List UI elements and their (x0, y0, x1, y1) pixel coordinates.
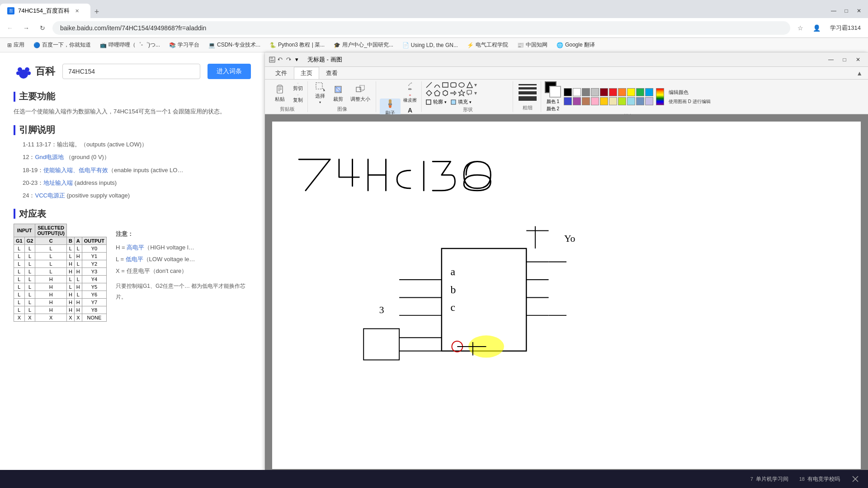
color-darkred[interactable] (600, 88, 608, 96)
paint-dropdown-btn[interactable]: ▾ (293, 56, 300, 63)
drawing-canvas[interactable]: a b c 3 (272, 122, 861, 469)
outline-dropdown[interactable]: 轮廓 ▾ (425, 99, 447, 105)
taskbar-item-1[interactable]: 7 单片机学习间 (746, 474, 793, 485)
forward-btn[interactable]: → (20, 22, 33, 34)
shapes-more-btn[interactable]: ▾ (474, 82, 477, 88)
bookmark-study[interactable]: 📚 学习平台 (165, 40, 203, 50)
paint-close-btn[interactable]: ✕ (852, 55, 864, 65)
color-yellow[interactable] (627, 88, 635, 96)
color2-swatch[interactable] (549, 86, 561, 98)
hexagon-shape-btn[interactable] (442, 89, 449, 97)
new-tab-button[interactable]: + (90, 5, 103, 18)
ribbon-collapse-btn[interactable]: ▲ (856, 70, 863, 77)
rect-shape-btn[interactable] (442, 81, 449, 89)
bookmark-cnki[interactable]: 📰 中国知网 (514, 40, 551, 50)
svg-marker-47 (434, 90, 440, 96)
browser-tab[interactable]: 百 74HC154_百度百科 ✕ (0, 4, 90, 18)
tab-view[interactable]: 查看 (319, 67, 344, 79)
bookmark-apps[interactable]: ⊞ 应用 (4, 40, 28, 50)
linewidth-1[interactable] (519, 84, 537, 85)
browser-close-btn[interactable]: ✕ (854, 5, 864, 16)
color-pink[interactable] (591, 97, 599, 105)
paint-minimize-btn[interactable]: — (825, 55, 837, 65)
color-purple[interactable] (573, 97, 581, 105)
linewidth-4[interactable] (519, 96, 537, 101)
curve-shape-btn[interactable] (434, 81, 441, 89)
diamond-shape-btn[interactable] (425, 89, 433, 97)
url-input[interactable]: baike.baidu.com/item/74HC154/4949868?fr=… (52, 21, 790, 35)
gnd-link[interactable]: Gnd电源地 (35, 154, 64, 160)
vcc-link[interactable]: VCC电源正 (35, 192, 65, 199)
triangle-shape-btn[interactable] (466, 81, 473, 89)
color-black[interactable] (564, 88, 572, 96)
bookmark-python[interactable]: 🐍 Python3 教程 | 菜... (266, 40, 328, 50)
paint-redo-btn[interactable] (285, 56, 292, 63)
rainbow-color[interactable] (656, 88, 664, 105)
color-cream[interactable] (609, 97, 617, 105)
color-green[interactable] (636, 88, 644, 96)
arrow-shape-btn[interactable] (450, 89, 457, 97)
bookmark-csdn[interactable]: 💻 CSDN-专业技术... (205, 40, 264, 50)
roundrect-shape-btn[interactable] (450, 81, 457, 89)
use-drawing-btn[interactable]: 使用图画 D 进行编辑 (667, 98, 712, 106)
paint-maximize-btn[interactable]: □ (838, 55, 851, 65)
color-gold[interactable] (600, 97, 608, 105)
shapes-more2-btn[interactable]: ▾ (474, 90, 477, 96)
color-red[interactable] (609, 88, 617, 96)
canvas-area[interactable]: a b c 3 (265, 114, 868, 476)
enable-link[interactable]: 使能输入端、低电平有效 (43, 167, 108, 174)
tab-close-btn[interactable]: ✕ (73, 7, 80, 14)
baike-search-input[interactable] (62, 64, 200, 79)
callout-shape-btn[interactable] (466, 89, 473, 97)
bookmark-ld[interactable]: 📄 Using LD, the GN... (399, 41, 462, 50)
close-notification-btn[interactable] (852, 475, 859, 483)
bookmark-google-translate[interactable]: 🌐 Google 翻译 (553, 40, 599, 50)
account-name[interactable]: 学习霸1314 (826, 22, 864, 34)
color-lightblue[interactable] (627, 97, 635, 105)
star-shape-btn[interactable] (458, 89, 465, 97)
bookmark-user[interactable]: 🎓 用户中心_中国研究... (330, 40, 397, 50)
enter-word-btn[interactable]: 进入词条 (208, 64, 251, 79)
bookmark-baidu[interactable]: 🔵 百度一下，你就知道 (30, 40, 94, 50)
tab-home[interactable]: 主页 (294, 67, 319, 79)
browser-maximize-btn[interactable]: □ (841, 5, 852, 16)
color-brown[interactable] (582, 97, 590, 105)
cut-btn[interactable]: 剪切 (291, 82, 305, 93)
line-shape-btn[interactable] (425, 81, 433, 89)
paste-btn[interactable]: 粘贴 (269, 81, 290, 105)
bookmark-star-btn[interactable]: ☆ (794, 22, 807, 34)
account-btn[interactable]: 👤 (810, 22, 823, 34)
fill-dropdown[interactable]: 填充 ▾ (450, 99, 472, 105)
color-steelblue[interactable] (636, 97, 644, 105)
tab-file[interactable]: 文件 (269, 67, 294, 79)
color-cyan[interactable] (645, 88, 653, 96)
pencil-btn[interactable]: ✏ (401, 81, 419, 92)
paint-title-left: ▾ 无标题 - 画图 (269, 56, 342, 64)
bookmark-bilibili[interactable]: 📺 哔哩哔哩（゜-゜)つ... (96, 40, 164, 50)
select-btn[interactable]: 选择 ▾ (311, 81, 329, 105)
color-lavender[interactable] (645, 97, 653, 105)
linewidth-3[interactable] (519, 91, 537, 94)
ellipse-shape-btn[interactable] (458, 81, 465, 89)
edit-colors-btn[interactable]: 编辑颜色 (667, 88, 712, 97)
pentagon-shape-btn[interactable] (434, 89, 441, 97)
copy-btn[interactable]: 复制 (291, 94, 305, 104)
taskbar-item-2[interactable]: 18 有电竞学校吗 (795, 474, 844, 485)
crop-btn[interactable]: 裁剪 (330, 81, 347, 105)
back-btn[interactable]: ← (4, 22, 16, 34)
color-gray[interactable] (582, 88, 590, 96)
refresh-btn[interactable]: ↻ (36, 22, 49, 34)
linewidth-2[interactable] (519, 87, 537, 89)
resize-btn[interactable]: 调整大小 (348, 81, 373, 105)
browser-minimize-btn[interactable]: — (828, 5, 839, 16)
color-lime[interactable] (618, 97, 626, 105)
color-silver[interactable] (591, 88, 599, 96)
paint-undo-btn[interactable] (277, 56, 284, 63)
addr-link[interactable]: 地址输入端 (43, 179, 73, 186)
color-white[interactable] (573, 88, 581, 96)
paint-save-btn[interactable] (269, 56, 276, 63)
bookmark-electric[interactable]: ⚡ 电气工程学院 (463, 40, 512, 50)
color-orange[interactable] (618, 88, 626, 96)
color-blue[interactable] (564, 97, 572, 105)
eraser-btn[interactable]: 橡皮擦 (401, 93, 419, 104)
